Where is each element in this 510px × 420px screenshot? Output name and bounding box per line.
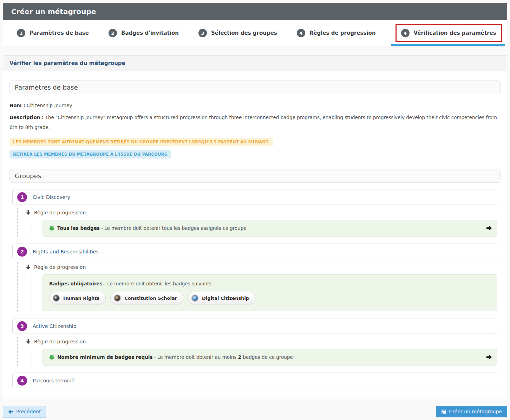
required-badges-list: Human Rights Constitution Scholar Digita…: [49, 292, 491, 304]
step-regles-de-progression[interactable]: 4 Règles de progression: [297, 29, 376, 37]
panel-body: Paramètres de base Nom : Citizenship Jou…: [3, 71, 507, 400]
rule-box-badges-obligatoires: Badges obligatoires - Le membre doit obt…: [42, 274, 497, 311]
description-label: Description :: [9, 115, 44, 120]
name-value: Citizenship Journey: [27, 103, 72, 108]
step-number-badge: 2: [109, 29, 117, 37]
step-label: Badges d'invitation: [121, 30, 179, 36]
create-metagroup-button[interactable]: Créer un métagroupe: [436, 406, 507, 417]
rule-header-label: Règle de progression: [34, 264, 86, 270]
group-name: Rights and Responsibilities: [33, 249, 99, 254]
group-name: Civic Discovery: [33, 194, 70, 200]
rule-block: Règle de progression Nombre minimum de b…: [17, 334, 501, 366]
create-metagroup-button-label: Créer un métagroupe: [449, 409, 502, 414]
panel-heading: Vérifier les paramètres du métagroupe: [3, 56, 507, 71]
rule-box-nombre-minimum[interactable]: Nombre minimum de badges requis - Le mem…: [42, 349, 497, 366]
group-number-badge: 4: [17, 376, 27, 386]
rule-text: - Le membre doit obtenir tous les badges…: [101, 225, 247, 231]
badge-image-icon: [53, 295, 60, 302]
badge-image-icon: [114, 295, 121, 302]
rule-text-prefix: - Le membre doit obtenir au moins: [154, 354, 238, 360]
arrow-down-icon: [26, 210, 31, 215]
page-title: Créer un métagroupe: [11, 7, 96, 16]
save-floppy-icon: [441, 409, 446, 414]
section-title-groupes: Groupes: [9, 169, 501, 183]
group-row-rights-and-responsibilities[interactable]: 2 Rights and Responsibilities: [12, 244, 497, 259]
badge-image-icon: [191, 295, 198, 302]
badge-pill-label: Digital Citizenship: [202, 296, 249, 301]
step-verification-des-parametres-active-highlight[interactable]: 4 Vérification des paramètres: [395, 24, 502, 42]
rule-box-tous-les-badges[interactable]: Tous les badges - Le membre doit obtenir…: [42, 220, 497, 237]
footer-actions: Précédent Créer un métagroupe: [3, 406, 507, 417]
previous-button-label: Précédent: [16, 409, 41, 414]
rule-header-label: Règle de progression: [34, 210, 86, 215]
badge-seal-icon: [49, 226, 54, 231]
previous-button[interactable]: Précédent: [3, 406, 46, 417]
rule-title: Nombre minimum de badges requis: [57, 354, 152, 360]
step-parametres-de-base[interactable]: 1 Paramètres de base: [17, 29, 89, 37]
arrow-right-icon[interactable]: [486, 355, 492, 360]
rule-text-suffix: badges de ce groupe: [241, 354, 293, 360]
rule-block: Règle de progression Tous les badges - L…: [17, 205, 501, 237]
step-label: Règles de progression: [309, 30, 376, 36]
section-title-parametres-de-base: Paramètres de base: [9, 80, 501, 94]
rule-title: Tous les badges: [57, 225, 100, 231]
rule-min-count: 2: [238, 354, 241, 360]
group-number-badge: 3: [17, 321, 27, 331]
step-badges-invitation[interactable]: 2 Badges d'invitation: [109, 29, 179, 37]
group-row-parcours-termine[interactable]: 4 Parcours terminé: [12, 373, 497, 388]
group-number-badge: 2: [17, 247, 27, 257]
rule-body: Tous les badges - Le membre doit obtenir…: [42, 220, 497, 237]
verification-panel: Vérifier les paramètres du métagroupe Pa…: [3, 55, 507, 400]
group-name: Active Citizenship: [33, 323, 77, 329]
arrow-left-icon: [8, 409, 13, 414]
rule-header: Règle de progression: [26, 210, 501, 215]
description-row: Description : The "Citizenship Journey" …: [9, 112, 501, 132]
arrow-down-icon: [26, 339, 31, 344]
badge-seal-icon: [49, 355, 54, 360]
badge-pill-constitution-scholar: Constitution Scholar: [110, 292, 183, 304]
rule-body: Badges obligatoires - Le membre doit obt…: [42, 274, 497, 311]
step-label: Vérification des paramètres: [414, 30, 496, 36]
group-row-active-citizenship[interactable]: 3 Active Citizenship: [12, 318, 497, 334]
step-label: Sélection des groupes: [211, 30, 277, 36]
rule-header: Règle de progression: [26, 264, 501, 270]
group-row-civic-discovery[interactable]: 1 Civic Discovery: [12, 189, 497, 205]
rule-header-label: Règle de progression: [34, 339, 86, 344]
step-selection-des-groupes[interactable]: 3 Sélection des groupes: [198, 29, 277, 37]
rule-block: Règle de progression Badges obligatoires…: [17, 259, 501, 312]
badge-pill-label: Human Rights: [63, 296, 99, 301]
arrow-down-icon: [26, 265, 31, 270]
name-row: Nom : Citizenship Journey: [9, 103, 501, 108]
arrow-right-icon[interactable]: [486, 226, 492, 231]
wizard-steps: 1 Paramètres de base 2 Badges d'invitati…: [3, 20, 507, 46]
step-label: Paramètres de base: [30, 30, 89, 36]
step-number-badge: 4: [297, 29, 305, 37]
badge-pill-digital-citizenship: Digital Citizenship: [188, 292, 255, 304]
step-number-badge: 4: [401, 29, 410, 37]
rule-text: - Le membre doit obtenir les badges suiv…: [104, 281, 215, 286]
badge-pill-label: Constitution Scholar: [124, 296, 177, 301]
step-number-badge: 3: [198, 29, 207, 37]
badge-pill-human-rights: Human Rights: [49, 292, 106, 304]
remove-members-info-badge: RETIRER LES MEMBRES DU MÉTAGROUPE À L'IS…: [9, 150, 171, 159]
step-number-badge: 1: [17, 29, 25, 37]
window-title: Créer un métagroupe: [3, 3, 507, 20]
group-name: Parcours terminé: [33, 378, 74, 383]
auto-removal-warning-badge: LES MEMBRES SONT AUTOMATIQUEMENT RETIRÉS…: [9, 138, 273, 146]
rule-title: Badges obligatoires: [49, 281, 103, 286]
name-label: Nom :: [9, 103, 25, 108]
description-value: The "Citizenship Journey" metagroup offe…: [9, 115, 497, 130]
rule-body: Nombre minimum de badges requis - Le mem…: [42, 349, 497, 366]
group-number-badge: 1: [17, 192, 27, 202]
rule-header: Règle de progression: [26, 339, 501, 344]
